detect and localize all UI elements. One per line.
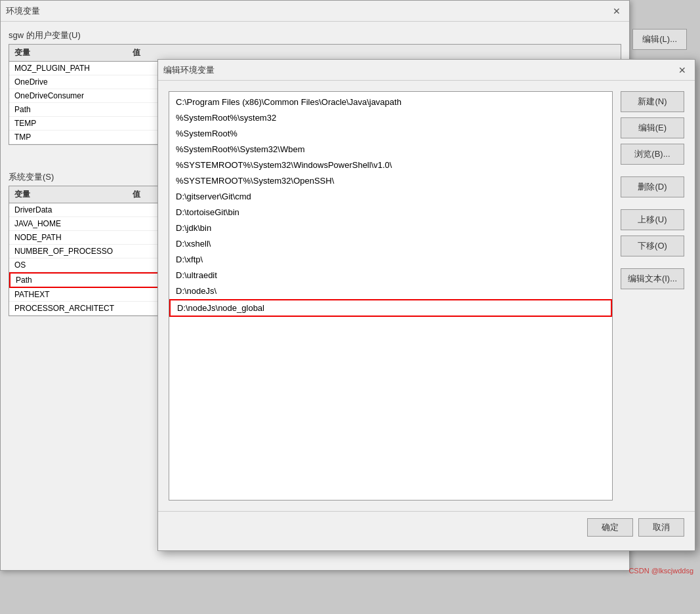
fg-move-up-button[interactable]: 上移(U) [621,209,684,230]
path-list: C:\Program Files (x86)\Common Files\Orac… [169,91,613,501]
user-vars-col-value: 值 [133,47,615,58]
list-item[interactable]: D:\nodeJs\ [169,283,612,299]
list-item[interactable]: D:\xftp\ [169,252,612,268]
fg-cancel-button[interactable]: 取消 [638,518,684,537]
edit-env-var-dialog: 编辑环境变量 ✕ C:\Program Files (x86)\Common F… [157,59,695,551]
list-item[interactable]: C:\Program Files (x86)\Common Files\Orac… [169,94,612,110]
list-item[interactable]: %SystemRoot%\system32 [169,110,612,126]
list-item[interactable]: %SystemRoot%\System32\Wbem [169,142,612,157]
right-edge-edit-button[interactable]: 编辑(L)... [632,29,687,50]
fg-confirm-button[interactable]: 确定 [587,518,633,537]
fg-edit-button[interactable]: 编辑(E) [621,117,684,138]
fg-move-down-button[interactable]: 下移(O) [621,235,684,256]
list-item[interactable]: %SystemRoot% [169,126,612,142]
list-item[interactable]: D:\xshell\ [169,236,612,252]
fg-delete-button[interactable]: 删除(D) [621,176,684,197]
fg-side-buttons: 新建(N) 编辑(E) 浏览(B)... 删除(D) 上移(U) 下移(O) 编… [621,91,684,501]
list-item[interactable]: %SYSTEMROOT%\System32\WindowsPowerShell\… [169,157,612,173]
fg-close-button[interactable]: ✕ [675,63,690,77]
fg-edit-text-button[interactable]: 编辑文本(I)... [621,268,684,289]
fg-browse-button[interactable]: 浏览(B)... [621,144,684,165]
list-item[interactable]: %SYSTEMROOT%\System32\OpenSSH\ [169,173,612,189]
list-item[interactable]: D:\jdk\bin [169,220,612,236]
list-item[interactable]: D:\gitserver\Git\cmd [169,189,612,205]
user-vars-title: sgw 的用户变量(U) [9,30,621,41]
fg-dialog-titlebar: 编辑环境变量 ✕ [158,60,695,81]
bg-close-button[interactable]: ✕ [609,4,624,18]
path-node-global-item[interactable]: D:\nodeJs\node_global [169,299,612,317]
list-item[interactable]: D:\tortoiseGit\bin [169,205,612,220]
fg-new-button[interactable]: 新建(N) [621,91,684,112]
bg-window-title: 环境变量 [6,5,40,17]
bg-window-titlebar: 环境变量 ✕ [1,1,629,22]
list-item[interactable]: D:\ultraedit [169,268,612,283]
watermark-text: CSDN @lkscjwddsg [628,567,693,575]
fg-dialog-title: 编辑环境变量 [163,64,215,76]
fg-dialog-bottom-buttons: 确定 取消 [158,511,695,543]
user-vars-col-name: 变量 [14,47,133,58]
sys-vars-col-name: 变量 [14,189,133,200]
fg-dialog-content: C:\Program Files (x86)\Common Files\Orac… [158,81,695,511]
